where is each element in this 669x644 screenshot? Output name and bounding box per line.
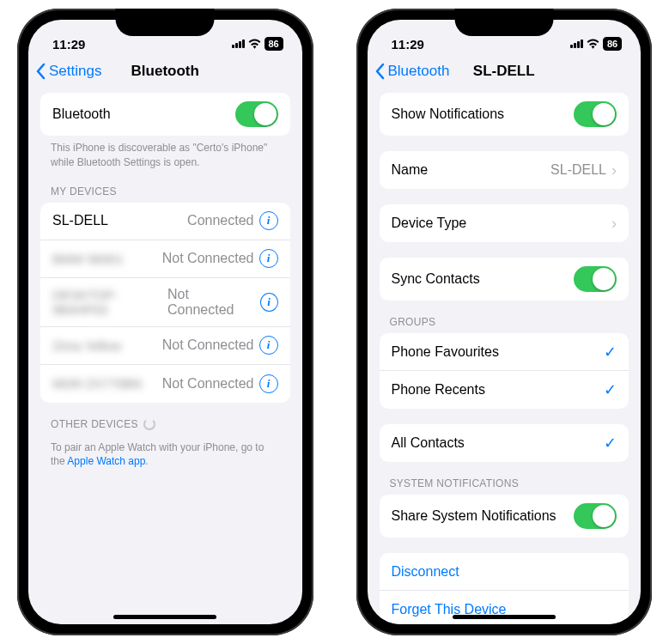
device-status: Not Connected [167, 287, 254, 318]
status-time: 11:29 [52, 37, 85, 52]
check-icon: ✓ [604, 380, 617, 399]
name-row[interactable]: Name SL-DELL › [380, 151, 629, 189]
status-time: 11:29 [392, 37, 424, 52]
device-row[interactable]: BMW 98301 Not Connected i [40, 240, 290, 278]
show-notifications-toggle[interactable] [574, 101, 617, 127]
name-label: Name [392, 162, 429, 178]
share-sys-toggle[interactable] [574, 503, 617, 529]
chevron-left-icon [35, 63, 46, 80]
phone-left: 11:29 86 Settings Bluetooth Bluetooth [17, 9, 313, 635]
group-row[interactable]: Phone Favourites ✓ [380, 333, 629, 371]
device-type-row[interactable]: Device Type › [380, 204, 629, 242]
share-sys-label: Share System Notifications [392, 508, 556, 524]
signal-icon [570, 39, 583, 48]
device-name: BMW 98301 [52, 252, 124, 266]
device-status: Not Connected [162, 251, 254, 266]
device-status-wrap: Not Connected i [162, 374, 278, 393]
show-notifications-label: Show Notifications [392, 106, 505, 122]
wifi-icon [587, 39, 599, 49]
phone-right: 11:29 86 Bluetooth SL-DELL Show Notifica… [356, 9, 653, 635]
home-indicator[interactable] [453, 615, 556, 619]
device-type-value: › [611, 215, 617, 233]
groups-header: GROUPS [380, 316, 629, 333]
name-value-text: SL-DELL [550, 162, 606, 178]
sync-contacts-row[interactable]: Sync Contacts [380, 258, 629, 301]
all-contacts-label: All Contacts [392, 435, 465, 451]
device-status-wrap: Not Connected i [162, 336, 278, 355]
show-notifications-row[interactable]: Show Notifications [380, 93, 629, 136]
device-status: Not Connected [162, 337, 254, 353]
device-row[interactable]: Zima Yellow Not Connected i [40, 327, 290, 365]
group-row[interactable]: Phone Recents ✓ [380, 371, 629, 409]
device-row[interactable]: DESKTOP-9B4HP03 Not Connected i [40, 278, 290, 327]
chevron-right-icon: › [611, 161, 617, 179]
notch [116, 9, 215, 36]
sync-contacts-label: Sync Contacts [392, 271, 480, 287]
screen-right: 11:29 86 Bluetooth SL-DELL Show Notifica… [368, 20, 642, 624]
device-type-label: Device Type [392, 216, 467, 231]
watch-hint: To pair an Apple Watch with your iPhone,… [40, 435, 290, 470]
info-icon[interactable]: i [259, 336, 278, 355]
discoverable-text: This iPhone is discoverable as "Certo's … [40, 136, 290, 170]
disconnect-row[interactable]: Disconnect [380, 553, 629, 591]
screen-left: 11:29 86 Settings Bluetooth Bluetooth [28, 20, 302, 624]
share-sys-notifications-row[interactable]: Share System Notifications [380, 495, 629, 538]
wifi-icon [248, 39, 261, 49]
group-label: Phone Favourites [392, 344, 499, 360]
forget-row[interactable]: Forget This Device [380, 591, 629, 624]
content: Bluetooth This iPhone is discoverable as… [28, 88, 302, 624]
name-value: SL-DELL › [550, 161, 617, 179]
other-devices-header: OTHER DEVICES [40, 418, 290, 435]
my-devices-header: MY DEVICES [40, 185, 290, 203]
apple-watch-link[interactable]: Apple Watch app [67, 455, 145, 467]
battery-icon: 86 [603, 37, 622, 51]
back-button[interactable]: Bluetooth [374, 63, 450, 80]
sync-contacts-toggle[interactable] [574, 266, 617, 292]
info-icon[interactable]: i [259, 211, 278, 230]
content: Show Notifications Name SL-DELL › [368, 88, 642, 624]
home-indicator[interactable] [113, 615, 216, 619]
battery-icon: 86 [265, 37, 283, 51]
device-status-wrap: Not Connected i [167, 287, 277, 318]
notch [454, 9, 553, 36]
check-icon: ✓ [604, 434, 617, 453]
device-row[interactable]: MDR-ZX770BN Not Connected i [40, 365, 290, 403]
chevron-left-icon [374, 63, 385, 80]
bluetooth-toggle[interactable] [235, 101, 278, 127]
signal-icon [232, 39, 245, 48]
back-button[interactable]: Settings [35, 63, 101, 80]
other-devices-label: OTHER DEVICES [51, 418, 138, 430]
nav-bar: Bluetooth SL-DELL [368, 58, 642, 88]
nav-bar: Settings Bluetooth [28, 58, 302, 88]
device-status-wrap: Connected i [187, 211, 277, 230]
group-label: Phone Recents [392, 382, 485, 398]
bluetooth-toggle-row[interactable]: Bluetooth [40, 93, 290, 136]
back-label: Bluetooth [388, 63, 450, 80]
device-status: Not Connected [162, 376, 254, 392]
device-status-wrap: Not Connected i [162, 249, 278, 268]
device-name: DESKTOP-9B4HP03 [52, 288, 167, 317]
info-icon[interactable]: i [259, 249, 278, 268]
back-label: Settings [49, 63, 101, 80]
info-icon[interactable]: i [260, 293, 278, 312]
info-icon[interactable]: i [259, 374, 278, 393]
watch-hint-post: . [145, 455, 148, 467]
sys-notifications-header: SYSTEM NOTIFICATIONS [380, 477, 629, 495]
check-icon: ✓ [604, 343, 617, 361]
device-name: MDR-ZX770BN [52, 376, 142, 391]
device-name: SL-DELL [52, 213, 108, 228]
status-right: 86 [232, 37, 283, 51]
disconnect-label: Disconnect [392, 564, 459, 580]
chevron-right-icon: › [611, 215, 617, 233]
device-name: Zima Yellow [52, 338, 121, 353]
device-status: Connected [187, 213, 253, 228]
device-row[interactable]: SL-DELL Connected i [40, 203, 290, 240]
status-right: 86 [570, 37, 622, 51]
all-contacts-row[interactable]: All Contacts ✓ [380, 424, 629, 462]
bluetooth-label: Bluetooth [52, 106, 111, 122]
spinner-icon [143, 418, 155, 430]
